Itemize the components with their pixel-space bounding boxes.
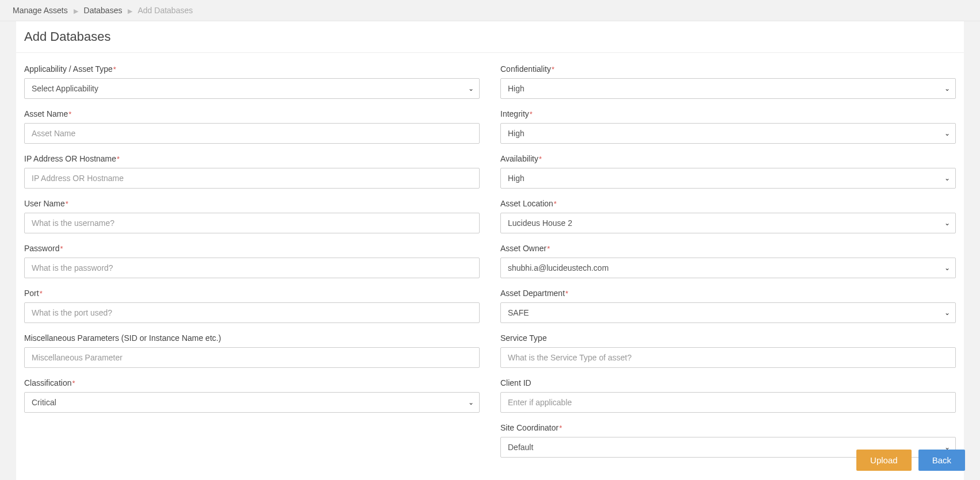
confidentiality-select[interactable]: High [500,78,956,99]
required-asterisk: * [117,155,120,163]
required-asterisk: * [559,424,562,432]
breadcrumb: Manage Assets ▶ Databases ▶ Add Database… [0,0,980,21]
password-label: Password* [24,244,480,253]
classification-label: Classification* [24,378,480,387]
confidentiality-label: Confidentiality* [500,64,956,74]
applicability-label: Applicability / Asset Type* [24,64,480,74]
user-name-input[interactable] [24,213,480,233]
required-asterisk: * [40,289,43,298]
required-asterisk: * [552,65,554,74]
password-input[interactable] [24,258,480,278]
back-button[interactable]: Back [918,450,965,471]
asset-owner-select[interactable]: shubhi.a@lucideustech.com [500,258,956,278]
misc-label: Miscellaneous Parameters (SID or Instanc… [24,333,480,343]
applicability-select[interactable]: Select Applicability [24,78,480,99]
required-asterisk: * [60,244,63,253]
page-card: Add Databases Applicability / Asset Type… [16,21,964,480]
chevron-right-icon: ▶ [74,7,78,14]
asset-name-label: Asset Name* [24,109,480,118]
asset-location-select[interactable]: Lucideus House 2 [500,213,956,233]
required-asterisk: * [547,244,550,253]
custom-fields-title: Custom Fields [16,473,964,480]
required-asterisk: * [565,289,568,298]
breadcrumb-root[interactable]: Manage Assets [13,6,68,15]
ip-host-input[interactable] [24,168,480,189]
client-id-label: Client ID [500,378,956,387]
integrity-label: Integrity* [500,109,956,118]
client-id-input[interactable] [500,392,956,413]
asset-name-input[interactable] [24,123,480,144]
port-input[interactable] [24,302,480,323]
classification-select[interactable]: Critical [24,392,480,413]
required-asterisk: * [554,199,557,208]
required-asterisk: * [113,65,116,74]
required-asterisk: * [68,110,71,118]
asset-department-select[interactable]: SAFE [500,302,956,323]
upload-button[interactable]: Upload [856,450,912,471]
asset-location-label: Asset Location* [500,199,956,208]
port-label: Port* [24,289,480,298]
availability-label: Availability* [500,154,956,163]
service-type-input[interactable] [500,347,956,368]
page-title: Add Databases [16,21,964,53]
chevron-right-icon: ▶ [128,7,132,14]
service-type-label: Service Type [500,333,956,343]
right-column: Confidentiality* High ⌄ Integrity* High [500,64,956,468]
breadcrumb-current: Add Databases [137,6,193,15]
required-asterisk: * [72,379,75,387]
action-buttons: Upload Back [856,450,965,471]
left-column: Applicability / Asset Type* Select Appli… [24,64,480,468]
integrity-select[interactable]: High [500,123,956,144]
availability-select[interactable]: High [500,168,956,189]
asset-owner-label: Asset Owner* [500,244,956,253]
user-name-label: User Name* [24,199,480,208]
required-asterisk: * [66,199,68,208]
required-asterisk: * [539,155,542,163]
asset-department-label: Asset Department* [500,289,956,298]
breadcrumb-mid[interactable]: Databases [84,6,122,15]
misc-input[interactable] [24,347,480,368]
required-asterisk: * [530,110,533,118]
site-coordinator-label: Site Coordinator* [500,423,956,432]
ip-host-label: IP Address OR Hostname* [24,154,480,163]
